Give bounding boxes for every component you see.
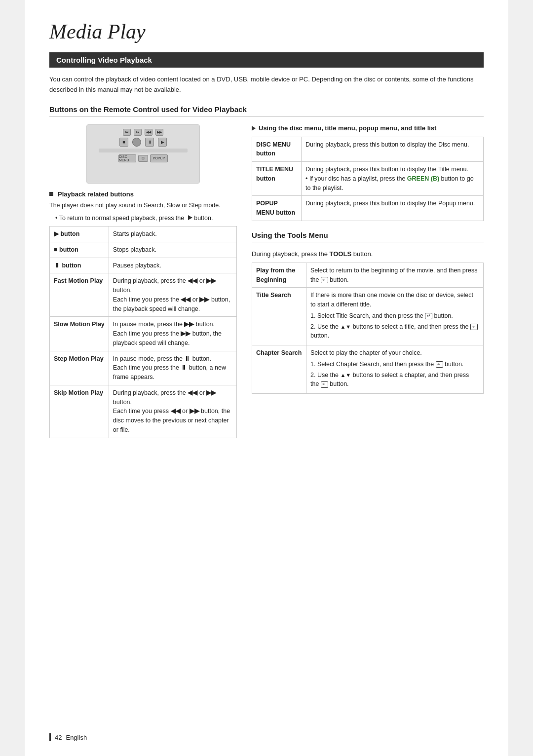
table-row: Step Motion PlayIn pause mode, press the… <box>50 351 237 385</box>
remote-btn-rew2: ◀◀ <box>145 129 152 136</box>
playback-table: ▶ buttonStarts playback.■ buttonStops pl… <box>49 226 237 438</box>
table-cell-value: Select to play the chapter of your choic… <box>306 345 484 394</box>
table-cell-key: ⏸ button <box>50 258 109 273</box>
page-lang: English <box>66 734 87 741</box>
table-row: Slow Motion PlayIn pause mode, press the… <box>50 317 237 351</box>
table-row: Title SearchIf there is more than one mo… <box>252 288 484 345</box>
remote-btn-play: ▶ <box>158 138 167 147</box>
tools-note: During playback, press the TOOLS button. <box>252 250 484 258</box>
section-header: Controlling Video Playback <box>49 52 484 68</box>
remote-btn-display: ⊡ <box>138 155 148 162</box>
tools-title: Using the Tools Menu <box>252 231 484 242</box>
two-column-layout: ⏮ ⏭ ◀◀ ▶▶ ■ ⏸ ▶ DISC MENU ⊡ <box>49 124 484 438</box>
table-cell-value: During playback, press the ◀◀ or ▶▶ butt… <box>109 385 236 438</box>
table-cell-value: In pause mode, press the ⏸ button.Each t… <box>109 351 236 385</box>
disc-menu-header: Using the disc menu, title menu, popup m… <box>252 124 484 132</box>
table-cell-key: Title Search <box>252 288 306 345</box>
intro-text: You can control the playback of video co… <box>49 75 484 95</box>
remote-bar <box>99 149 188 152</box>
table-cell-key: ■ button <box>50 242 109 258</box>
subsection-title-buttons: Buttons on the Remote Control used for V… <box>49 105 484 116</box>
remote-btn-fwd: ⏭ <box>134 129 142 136</box>
remote-btn-popup: POPUP <box>150 154 168 162</box>
arrow-right-icon <box>252 126 256 131</box>
table-cell-value: Pauses playback. <box>109 258 236 273</box>
playback-note: The player does not play sound in Search… <box>49 201 237 210</box>
table-cell-key: POPUP MENU button <box>252 196 302 221</box>
left-column: ⏮ ⏭ ◀◀ ▶▶ ■ ⏸ ▶ DISC MENU ⊡ <box>49 124 237 438</box>
table-cell-value: If there is more than one movie on the d… <box>306 288 484 345</box>
disc-table: DISC MENU buttonDuring playback, press t… <box>252 137 484 221</box>
bullet-icon <box>49 192 53 196</box>
tools-section: Using the Tools Menu During playback, pr… <box>252 231 484 394</box>
table-cell-value: During playback, press this button to di… <box>302 137 484 162</box>
playback-bullet: • To return to normal speed playback, pr… <box>49 214 237 223</box>
table-cell-key: Fast Motion Play <box>50 273 109 317</box>
table-row: DISC MENU buttonDuring playback, press t… <box>252 137 484 162</box>
table-cell-key: ▶ button <box>50 227 109 242</box>
table-row: ▶ buttonStarts playback. <box>50 227 237 242</box>
table-row: TITLE MENU buttonDuring playback, press … <box>252 162 484 196</box>
table-row: ■ buttonStops playback. <box>50 242 237 258</box>
page-number: 42 <box>55 734 62 741</box>
remote-btn-pause: ⏸ <box>145 138 154 147</box>
page: Media Play Controlling Video Playback Yo… <box>25 0 508 756</box>
page-footer: 42 English <box>49 733 87 741</box>
table-cell-key: Step Motion Play <box>50 351 109 385</box>
play-triangle-icon <box>188 215 192 220</box>
remote-btn-discmenu: DISC MENU <box>118 154 136 162</box>
table-row: Skip Motion PlayDuring playback, press t… <box>50 385 237 438</box>
page-bar-icon <box>49 733 51 741</box>
remote-control-image: ⏮ ⏭ ◀◀ ▶▶ ■ ⏸ ▶ DISC MENU ⊡ <box>86 124 200 184</box>
table-row: ⏸ buttonPauses playback. <box>50 258 237 273</box>
remote-btn-ff: ▶▶ <box>155 129 163 136</box>
table-cell-value: During playback, press the ◀◀ or ▶▶ butt… <box>109 273 236 317</box>
table-cell-key: TITLE MENU button <box>252 162 302 196</box>
table-cell-value: During playback, press this button to di… <box>302 196 484 221</box>
page-title: Media Play <box>49 20 484 43</box>
remote-btn-stop: ■ <box>119 138 128 147</box>
table-cell-value: In pause mode, press the ▶▶ button.Each … <box>109 317 236 351</box>
table-row: Fast Motion PlayDuring playback, press t… <box>50 273 237 317</box>
table-cell-key: DISC MENU button <box>252 137 302 162</box>
right-column: Using the disc menu, title menu, popup m… <box>252 124 484 438</box>
table-cell-value: Select to return to the beginning of the… <box>306 263 484 288</box>
tools-table: Play from the BeginningSelect to return … <box>252 263 484 394</box>
table-cell-value: Starts playback. <box>109 227 236 242</box>
table-cell-value: During playback, press this button to di… <box>302 162 484 196</box>
table-cell-key: Chapter Search <box>252 345 306 394</box>
table-row: Play from the BeginningSelect to return … <box>252 263 484 288</box>
table-cell-key: Play from the Beginning <box>252 263 306 288</box>
table-cell-key: Slow Motion Play <box>50 317 109 351</box>
table-row: Chapter SearchSelect to play the chapter… <box>252 345 484 394</box>
table-cell-value: Stops playback. <box>109 242 236 258</box>
remote-circle <box>132 138 141 147</box>
remote-btn-rew: ⏮ <box>123 129 131 136</box>
playback-related-label: Playback related buttons <box>49 190 237 198</box>
table-cell-key: Skip Motion Play <box>50 385 109 438</box>
table-row: POPUP MENU buttonDuring playback, press … <box>252 196 484 221</box>
